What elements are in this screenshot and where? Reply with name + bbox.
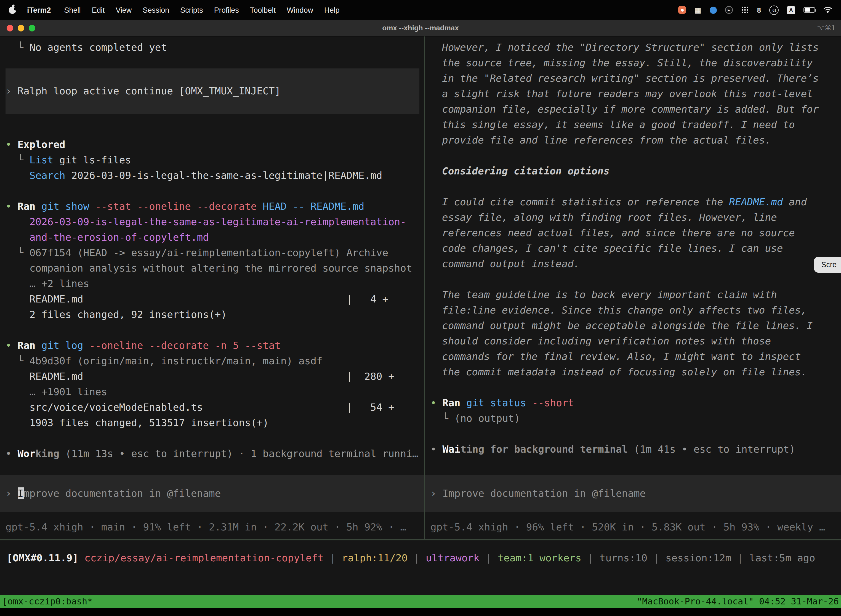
battery-icon[interactable] — [803, 7, 815, 13]
omx-session: session:12m — [665, 552, 731, 563]
text-segment: • — [6, 139, 18, 150]
password-manager-icon[interactable]: 8 — [757, 6, 761, 14]
text-segment: README.md — [729, 196, 783, 208]
right-status-line: gpt-5.4 xhigh · 96% left · 520K in · 5.8… — [431, 519, 837, 535]
text-segment: The team guideline is to back every impo… — [442, 289, 813, 378]
menu-item-help[interactable]: Help — [319, 6, 345, 14]
menu-item-view[interactable]: View — [110, 6, 137, 14]
explored-list-line: └ List git ls-files — [6, 153, 419, 168]
blank-line — [6, 183, 419, 199]
text-segment: • — [431, 397, 442, 408]
omx-mode: ultrawork — [426, 552, 479, 563]
text-segment: Wai — [442, 443, 460, 455]
omx-turns: turns:10 — [599, 552, 647, 563]
text-segment: Ralph loop active continue [OMX_TMUX_INJ… — [18, 85, 281, 97]
waiting-status: • Waiting for background terminal (1m 41… — [431, 441, 837, 457]
reasoning-paragraph: I could cite commit statistics or refere… — [442, 194, 822, 271]
prompt-input-right[interactable]: › Improve documentation in @filename — [425, 475, 841, 512]
window-title: omx --xhigh --madmax — [0, 24, 841, 32]
text-segment — [6, 169, 29, 181]
blank-line — [431, 380, 837, 395]
text-segment: … +1901 lines — [6, 386, 107, 397]
commit-line: companion analysis without altering the … — [6, 261, 419, 276]
blue-app-icon[interactable] — [710, 6, 717, 13]
menu-item-edit[interactable]: Edit — [86, 6, 110, 14]
explored-search-line: Search 2026-03-09-is-legal-the-same-as-l… — [6, 168, 419, 183]
menu-item-session[interactable]: Session — [137, 6, 175, 14]
separator: | — [588, 552, 593, 563]
text-segment: › — [6, 85, 18, 97]
text-segment: └ — [6, 41, 29, 53]
text-segment: └ 067f154 (HEAD -> essay/ai-reimplementa… — [6, 247, 388, 258]
text-segment: HEAD -- README.md — [256, 200, 364, 212]
tab-shortcut: ⌥⌘1 — [817, 24, 835, 32]
dark-app-icon[interactable]: ▸ — [725, 6, 733, 14]
blank-line — [6, 431, 419, 446]
menu-item-window[interactable]: Window — [281, 6, 319, 14]
bottom-filler — [0, 608, 841, 616]
text-segment: Wor — [18, 448, 35, 459]
ran-git-show: • Ran git show --stat --oneline --decora… — [6, 199, 419, 214]
text-segment: --stat --oneline --decorate — [89, 200, 257, 212]
tmux-host-time: "MacBook-Pro-44.local" 04:52 31-Mar-26 — [637, 595, 839, 608]
text-segment: Search — [29, 169, 65, 181]
stat-badge-icon[interactable]: .61 — [769, 5, 779, 15]
omx-team: team:1 workers — [498, 552, 582, 563]
input-text: Improve documentation in @filename — [442, 487, 646, 499]
input-source-icon[interactable]: A — [787, 6, 795, 14]
tmux-pane-right[interactable]: However, I noticed the "Directory Struct… — [425, 37, 841, 539]
menu-item-profiles[interactable]: Profiles — [209, 6, 245, 14]
text-segment: • — [6, 339, 18, 351]
window-title-bar[interactable]: omx --xhigh --madmax ⌥⌘1 — [0, 20, 841, 37]
separator: | — [653, 552, 659, 563]
text-segment: git ls-files — [53, 154, 131, 166]
omx-ralph-counter: ralph:11/20 — [342, 552, 407, 563]
prompt-chevron: › — [6, 487, 18, 499]
text-segment: 2026-03-09-is-legal-the-same-as-legitima… — [65, 169, 382, 181]
dots-grid-icon[interactable] — [741, 6, 749, 14]
explored-header: • Explored — [6, 137, 419, 153]
menu-bar-left: iTerm2 ShellEditViewSessionScriptsProfil… — [9, 6, 345, 14]
text-segment: 1903 files changed, 513517 insertions(+) — [6, 417, 269, 428]
separator: | — [737, 552, 743, 563]
text-segment: Ran — [442, 397, 460, 408]
commit-line: └ 4b9d30f (origin/main, instructkr/main,… — [6, 353, 419, 369]
omx-status-bar: [OMX#0.11.9]cczip/essay/ai-reimplementat… — [0, 539, 841, 595]
screen-capture-button[interactable]: Scre — [814, 257, 841, 273]
tmux-pane-left[interactable]: └ No agents completed yet› Ralph loop ac… — [0, 37, 425, 539]
text-segment: --oneline --decorate -n 5 --stat — [84, 339, 281, 351]
left-pane-output: └ No agents completed yet› Ralph loop ac… — [6, 40, 419, 475]
text-segment: Ran — [18, 339, 35, 351]
reasoning-heading: Considering citation options — [442, 163, 822, 179]
blank-line — [431, 148, 837, 163]
diffstat-line: README.md | 4 + — [6, 292, 419, 307]
wifi-icon[interactable] — [823, 7, 832, 13]
text-segment: • — [431, 443, 442, 455]
input-text: mprove documentation in @filename — [23, 487, 221, 499]
menu-item-toolbelt[interactable]: Toolbelt — [245, 6, 281, 14]
left-status-line: gpt-5.4 xhigh · main · 91% left · 2.31M … — [6, 519, 419, 535]
omx-branch: cczip/essay/ai-reimplementation-copyleft — [84, 552, 324, 563]
apple-menu-icon[interactable] — [9, 6, 16, 13]
prompt-input-left[interactable]: › Improve documentation in @filename — [0, 475, 424, 512]
text-segment: └ — [6, 154, 29, 166]
working-status: • Working (11m 13s • esc to interrupt) ·… — [6, 446, 419, 462]
menu-app-name[interactable]: iTerm2 — [26, 6, 57, 14]
right-pane-output: However, I noticed the "Directory Struct… — [431, 40, 837, 475]
menu-item-scripts[interactable]: Scripts — [175, 6, 209, 14]
more-lines-note: … +2 lines — [6, 276, 419, 292]
keyboard-icon[interactable]: ▦ — [694, 6, 701, 14]
macos-menu-bar: iTerm2 ShellEditViewSessionScriptsProfil… — [0, 0, 841, 20]
separator: | — [330, 552, 336, 563]
no-output-line: └ (no output) — [431, 411, 837, 426]
screen-recording-indicator-icon[interactable] — [678, 6, 686, 14]
text-segment: • — [6, 200, 18, 212]
text-segment: No agents completed yet — [29, 41, 167, 53]
menu-item-shell[interactable]: Shell — [59, 6, 86, 14]
text-segment: king — [35, 448, 59, 459]
text-segment: git show — [35, 200, 89, 212]
text-segment: Explored — [18, 139, 65, 150]
blank-line — [6, 322, 419, 338]
text-segment: 2026-03-09-is-legal-the-same-as-legitima… — [6, 216, 406, 227]
diffstat-summary: 2 files changed, 92 insertions(+) — [6, 307, 419, 322]
